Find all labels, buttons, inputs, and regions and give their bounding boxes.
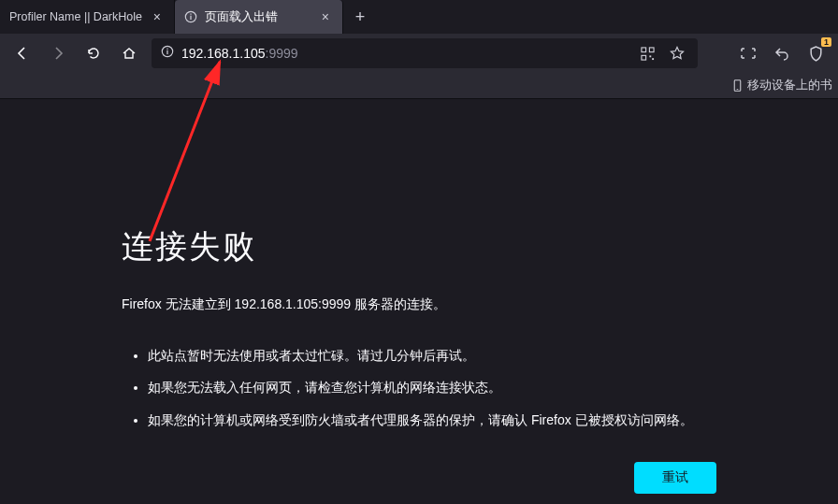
reload-button[interactable] — [80, 40, 107, 66]
error-title: 连接失败 — [122, 225, 782, 268]
url-port: :9999 — [266, 46, 298, 61]
error-lead: Firefox 无法建立到 192.168.1.105:9999 服务器的连接。 — [122, 296, 782, 313]
tab-item-active[interactable]: 页面载入出错 × — [175, 0, 343, 34]
tab-item[interactable]: Profiler Name || DarkHole × — [0, 0, 175, 34]
close-icon[interactable]: × — [318, 9, 333, 24]
error-page: 连接失败 Firefox 无法建立到 192.168.1.105:9999 服务… — [0, 99, 838, 504]
new-tab-button[interactable]: + — [343, 0, 377, 34]
undo-icon[interactable] — [769, 40, 795, 66]
svg-rect-12 — [737, 89, 739, 90]
info-icon[interactable] — [161, 45, 174, 62]
tab-title: Profiler Name || DarkHole — [9, 10, 142, 23]
url-text[interactable]: 192.168.1.105:9999 — [181, 46, 628, 61]
device-icon — [731, 79, 744, 92]
svg-rect-5 — [166, 49, 167, 50]
url-host: 192.168.1.105 — [181, 46, 266, 61]
retry-button[interactable]: 重试 — [634, 462, 716, 494]
info-icon — [184, 10, 197, 23]
url-bar[interactable]: 192.168.1.105:9999 — [152, 38, 698, 68]
back-button[interactable] — [9, 40, 36, 66]
svg-rect-9 — [649, 55, 651, 57]
screenshot-icon[interactable] — [735, 40, 761, 66]
bookmark-star-icon[interactable] — [666, 42, 688, 65]
home-button[interactable] — [116, 40, 142, 66]
svg-rect-8 — [641, 55, 645, 60]
qr-icon[interactable] — [636, 42, 658, 65]
notification-badge: 1 — [821, 37, 831, 47]
list-item: 此站点暂时无法使用或者太过忙碌。请过几分钟后再试。 — [148, 345, 782, 366]
navigation-toolbar: 192.168.1.105:9999 1 — [0, 34, 838, 73]
svg-rect-7 — [649, 47, 654, 51]
forward-button[interactable] — [45, 40, 71, 66]
error-list: 此站点暂时无法使用或者太过忙碌。请过几分钟后再试。 如果您无法载入任何网页，请检… — [122, 345, 782, 430]
tab-title: 页面载入出错 — [205, 9, 278, 25]
list-item: 如果您的计算机或网络受到防火墙或者代理服务器的保护，请确认 Firefox 已被… — [148, 410, 782, 430]
close-icon[interactable]: × — [150, 9, 165, 24]
toolbar-right: 1 — [707, 40, 829, 66]
svg-rect-4 — [166, 50, 167, 54]
bookmark-bar: 移动设备上的书 — [0, 73, 838, 99]
list-item: 如果您无法载入任何网页，请检查您计算机的网络连接状态。 — [148, 377, 782, 397]
bookmark-label: 移动设备上的书 — [747, 78, 832, 94]
svg-rect-2 — [190, 14, 191, 15]
svg-rect-6 — [641, 47, 645, 51]
shield-icon[interactable]: 1 — [802, 40, 829, 66]
bookmark-item[interactable]: 移动设备上的书 — [731, 78, 832, 94]
svg-rect-1 — [190, 16, 191, 20]
svg-rect-10 — [652, 58, 654, 60]
tab-bar: Profiler Name || DarkHole × 页面载入出错 × + — [0, 0, 838, 34]
